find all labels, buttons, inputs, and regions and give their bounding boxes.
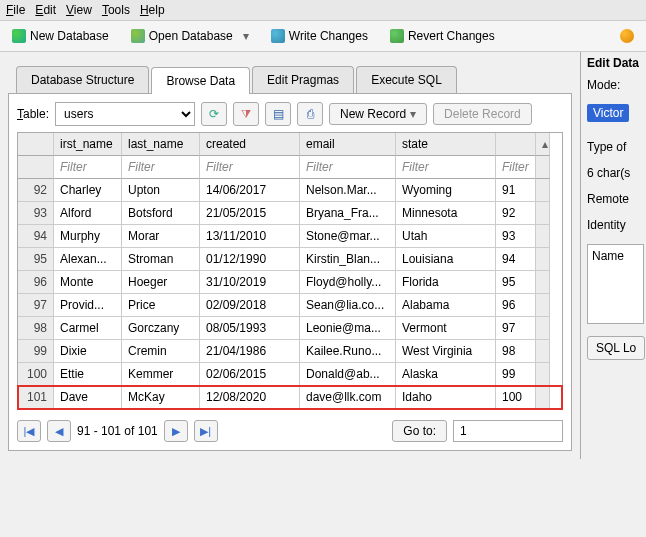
cell-created[interactable]: 21/04/1986: [200, 340, 300, 363]
cell-created[interactable]: 13/11/2010: [200, 225, 300, 248]
cell-state[interactable]: Alaska: [396, 363, 496, 386]
cell-first-name[interactable]: Carmel: [54, 317, 122, 340]
cell-email[interactable]: Bryana_Fra...: [300, 202, 396, 225]
scrollbar[interactable]: [536, 225, 550, 248]
filter-created[interactable]: Filter: [200, 156, 300, 179]
table-row[interactable]: 96MonteHoeger31/10/2019Floyd@holly...Flo…: [18, 271, 562, 294]
cell-first-name[interactable]: Provid...: [54, 294, 122, 317]
cell-created[interactable]: 12/08/2020: [200, 386, 300, 409]
filter-first-name[interactable]: Filter: [54, 156, 122, 179]
scrollbar[interactable]: [536, 363, 550, 386]
cell-email[interactable]: Kirstin_Blan...: [300, 248, 396, 271]
cell-last-name[interactable]: Hoeger: [122, 271, 200, 294]
cell-state[interactable]: Alabama: [396, 294, 496, 317]
selected-cell-value[interactable]: Victor: [587, 104, 629, 122]
new-database-button[interactable]: New Database: [8, 27, 113, 45]
save-button[interactable]: ▤: [265, 102, 291, 126]
cell-state[interactable]: Utah: [396, 225, 496, 248]
cell-last-name[interactable]: Stroman: [122, 248, 200, 271]
write-changes-button[interactable]: Write Changes: [267, 27, 372, 45]
cell-last-name[interactable]: McKay: [122, 386, 200, 409]
cell-last-name[interactable]: Upton: [122, 179, 200, 202]
cell-state[interactable]: West Virginia: [396, 340, 496, 363]
cell-state[interactable]: Idaho: [396, 386, 496, 409]
col-created[interactable]: created: [200, 133, 300, 156]
revert-changes-button[interactable]: Revert Changes: [386, 27, 499, 45]
cell-email[interactable]: Floyd@holly...: [300, 271, 396, 294]
table-row[interactable]: 98CarmelGorczany08/05/1993Leonie@ma...Ve…: [18, 317, 562, 340]
cell-email[interactable]: Leonie@ma...: [300, 317, 396, 340]
cell-created[interactable]: 02/09/2018: [200, 294, 300, 317]
toolbar-extra-button[interactable]: [616, 27, 638, 45]
table-select[interactable]: users: [55, 102, 195, 126]
pager-next-button[interactable]: ▶: [164, 420, 188, 442]
scrollbar[interactable]: [536, 386, 550, 409]
pager-last-button[interactable]: ▶|: [194, 420, 218, 442]
cell-first-name[interactable]: Ettie: [54, 363, 122, 386]
col-email[interactable]: email: [300, 133, 396, 156]
col-last-name[interactable]: last_name: [122, 133, 200, 156]
scrollbar[interactable]: [536, 317, 550, 340]
filter-extra[interactable]: Filter: [496, 156, 536, 179]
filter-email[interactable]: Filter: [300, 156, 396, 179]
cell-state[interactable]: Minnesota: [396, 202, 496, 225]
table-row[interactable]: 99DixieCremin21/04/1986Kailee.Runo...Wes…: [18, 340, 562, 363]
cell-first-name[interactable]: Alexan...: [54, 248, 122, 271]
cell-extra[interactable]: 98: [496, 340, 536, 363]
cell-extra[interactable]: 93: [496, 225, 536, 248]
name-box[interactable]: Name: [587, 244, 644, 324]
cell-created[interactable]: 01/12/1990: [200, 248, 300, 271]
cell-last-name[interactable]: Kemmer: [122, 363, 200, 386]
cell-email[interactable]: dave@llk.com: [300, 386, 396, 409]
table-row[interactable]: 92CharleyUpton14/06/2017Nelson.Mar...Wyo…: [18, 179, 562, 202]
cell-email[interactable]: Kailee.Runo...: [300, 340, 396, 363]
cell-created[interactable]: 31/10/2019: [200, 271, 300, 294]
cell-extra[interactable]: 100: [496, 386, 536, 409]
scrollbar[interactable]: [536, 248, 550, 271]
cell-state[interactable]: Florida: [396, 271, 496, 294]
scrollbar[interactable]: [536, 271, 550, 294]
pager-prev-button[interactable]: ◀: [47, 420, 71, 442]
tab-browse-data[interactable]: Browse Data: [151, 67, 250, 94]
cell-first-name[interactable]: Charley: [54, 179, 122, 202]
scrollbar[interactable]: [536, 340, 550, 363]
cell-state[interactable]: Wyoming: [396, 179, 496, 202]
filter-last-name[interactable]: Filter: [122, 156, 200, 179]
pager-first-button[interactable]: |◀: [17, 420, 41, 442]
menu-help[interactable]: Help: [140, 3, 165, 17]
cell-last-name[interactable]: Morar: [122, 225, 200, 248]
open-database-button[interactable]: Open Database▾: [127, 27, 253, 45]
clear-filter-button[interactable]: ⧩: [233, 102, 259, 126]
filter-state[interactable]: Filter: [396, 156, 496, 179]
scrollbar[interactable]: [536, 179, 550, 202]
cell-last-name[interactable]: Gorczany: [122, 317, 200, 340]
scroll-up-button[interactable]: ▴: [536, 133, 550, 156]
print-button[interactable]: ⎙: [297, 102, 323, 126]
col-state[interactable]: state: [396, 133, 496, 156]
cell-extra[interactable]: 96: [496, 294, 536, 317]
cell-extra[interactable]: 92: [496, 202, 536, 225]
new-record-button[interactable]: New Record▾: [329, 103, 427, 125]
cell-first-name[interactable]: Dixie: [54, 340, 122, 363]
table-row[interactable]: 100EttieKemmer02/06/2015Donald@ab...Alas…: [18, 363, 562, 386]
cell-created[interactable]: 02/06/2015: [200, 363, 300, 386]
cell-email[interactable]: Stone@mar...: [300, 225, 396, 248]
cell-extra[interactable]: 91: [496, 179, 536, 202]
tab-execute-sql[interactable]: Execute SQL: [356, 66, 457, 93]
table-row[interactable]: 94MurphyMorar13/11/2010Stone@mar...Utah9…: [18, 225, 562, 248]
cell-first-name[interactable]: Dave: [54, 386, 122, 409]
menu-file[interactable]: File: [6, 3, 25, 17]
cell-extra[interactable]: 94: [496, 248, 536, 271]
sql-log-button[interactable]: SQL Lo: [587, 336, 645, 360]
goto-button[interactable]: Go to:: [392, 420, 447, 442]
cell-last-name[interactable]: Cremin: [122, 340, 200, 363]
menu-view[interactable]: View: [66, 3, 92, 17]
tab-edit-pragmas[interactable]: Edit Pragmas: [252, 66, 354, 93]
menu-edit[interactable]: Edit: [35, 3, 56, 17]
cell-email[interactable]: Sean@lia.co...: [300, 294, 396, 317]
scrollbar[interactable]: [536, 202, 550, 225]
cell-email[interactable]: Donald@ab...: [300, 363, 396, 386]
cell-first-name[interactable]: Monte: [54, 271, 122, 294]
refresh-button[interactable]: ⟳: [201, 102, 227, 126]
scrollbar[interactable]: [536, 294, 550, 317]
